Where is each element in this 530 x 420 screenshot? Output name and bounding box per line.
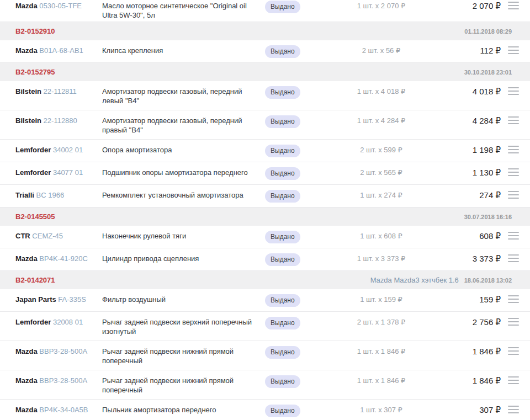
hamburger-menu-icon[interactable]: [508, 116, 519, 124]
order-number-link[interactable]: B2-0145505: [15, 212, 55, 221]
total-price: 4 018 ₽: [434, 87, 501, 96]
status-cell: Выдано: [265, 405, 309, 417]
total-price: 4 284 ₽: [434, 116, 501, 125]
hamburger-menu-icon[interactable]: [508, 295, 519, 303]
total-price: 1 846 ₽: [434, 347, 501, 356]
brand-label: Japan Parts: [15, 295, 56, 304]
part-number-link[interactable]: BP4K-41-920C: [39, 254, 87, 263]
order-header-right: 30.10.2018 23:01: [464, 69, 512, 76]
status-badge: Выдано: [265, 253, 300, 266]
part-number-link[interactable]: BBP3-28-500A: [39, 347, 87, 355]
status-badge: Выдано: [265, 190, 300, 203]
part-description: Рычаг задней подвески нижний прямой попе…: [102, 376, 265, 395]
hamburger-menu-icon[interactable]: [508, 46, 519, 54]
order-header-right: Mazda Mazda3 хэтчбек 1.6 18.06.2018 13:0…: [370, 276, 512, 284]
part-description: Пыльник амортизатора переднего: [102, 405, 265, 414]
brand-label: Bilstein: [15, 87, 41, 95]
part-number-link[interactable]: 34077 01: [53, 168, 83, 177]
order-header-right: 30.07.2018 16:16: [464, 214, 512, 220]
total-price: 307 ₽: [434, 405, 501, 414]
part-description: Опора амортизатора: [102, 145, 265, 155]
status-badge: Выдано: [265, 145, 300, 157]
status-cell: Выдано: [265, 295, 309, 307]
status-cell: Выдано: [265, 231, 309, 243]
status-badge: Выдано: [265, 375, 300, 388]
brand-label: Mazda: [15, 254, 38, 263]
hamburger-menu-icon[interactable]: [508, 146, 519, 153]
brand-label: Mazda: [15, 376, 38, 385]
status-badge: Выдано: [265, 317, 300, 329]
menu-cell: [501, 317, 519, 326]
qty-price: 2 шт. x 56 ₽: [309, 46, 434, 55]
order-datetime: 18.06.2018 13:02: [464, 277, 512, 284]
menu-cell: [501, 1, 519, 9]
menu-cell: [501, 168, 519, 176]
part-description: Клипса крепления: [102, 46, 265, 55]
menu-cell: [501, 46, 519, 54]
brand-label: Trialli: [15, 191, 34, 199]
total-price: 608 ₽: [434, 231, 501, 241]
part-number-link[interactable]: FA-335S: [58, 295, 86, 304]
hamburger-menu-icon[interactable]: [508, 191, 519, 199]
part-number-link[interactable]: BBP3-28-500A: [39, 376, 87, 385]
part-description: Подшипник опоры амортизатора переднего: [102, 168, 265, 177]
part-number-link[interactable]: 22-112811: [44, 87, 77, 95]
qty-price: 1 шт. x 307 ₽: [309, 405, 434, 414]
part-number-link[interactable]: B01A-68-AB1: [39, 46, 83, 55]
part-cell: Bilstein 22-112811: [15, 87, 102, 96]
total-price: 1 846 ₽: [434, 376, 501, 385]
part-cell: Mazda 0530-05-TFE: [15, 1, 102, 10]
hamburger-menu-icon[interactable]: [508, 376, 519, 384]
hamburger-menu-icon[interactable]: [508, 2, 519, 9]
part-row: Mazda BBP3-28-500A Рычаг задней подвески…: [0, 341, 530, 370]
part-description: Рычаг задней подвески нижний прямой попе…: [102, 347, 265, 365]
order-number-link[interactable]: B2-0152795: [15, 68, 55, 76]
status-cell: Выдано: [265, 145, 309, 157]
part-row: Bilstein 22-112811 Амортизатор подвески …: [0, 81, 530, 110]
hamburger-menu-icon[interactable]: [508, 254, 519, 262]
part-number-link[interactable]: BP4K-34-0A5B: [39, 406, 88, 414]
hamburger-menu-icon[interactable]: [508, 87, 519, 95]
status-badge: Выдано: [265, 167, 300, 180]
total-price: 112 ₽: [434, 46, 501, 55]
hamburger-menu-icon[interactable]: [508, 347, 519, 355]
menu-cell: [501, 190, 519, 199]
order-number-link[interactable]: B2-0142071: [15, 276, 55, 284]
part-cell: Mazda BBP3-28-500A: [15, 376, 102, 385]
part-number-link[interactable]: 34002 01: [53, 146, 83, 154]
status-cell: Выдано: [265, 376, 309, 388]
order-header-right: 01.11.2018 08:29: [464, 28, 512, 35]
brand-label: Lemforder: [15, 318, 51, 326]
part-description: Фильтр воздушный: [102, 295, 265, 304]
menu-cell: [501, 347, 519, 355]
menu-cell: [501, 405, 519, 413]
status-badge: Выдано: [265, 294, 300, 307]
total-price: 159 ₽: [434, 295, 501, 304]
part-number-link[interactable]: 0530-05-TFE: [39, 2, 82, 10]
hamburger-menu-icon[interactable]: [508, 318, 519, 326]
part-cell: Mazda B01A-68-AB1: [15, 46, 102, 55]
part-description: Масло моторное синтетическое "Original o…: [102, 1, 265, 20]
hamburger-menu-icon[interactable]: [508, 232, 519, 240]
part-row: Trialli BC 1966 Ремкомплект установочный…: [0, 185, 530, 208]
order-datetime: 30.07.2018 16:16: [464, 214, 512, 220]
order-number-link[interactable]: B2-0152910: [15, 27, 55, 35]
qty-price: 1 шт. x 4 284 ₽: [309, 116, 434, 125]
part-row: Japan Parts FA-335S Фильтр воздушный Выд…: [0, 289, 530, 312]
part-number-link[interactable]: 22-112880: [44, 116, 77, 125]
part-description: Амортизатор подвески газовый, передний п…: [102, 116, 265, 135]
part-row: Mazda B01A-68-AB1 Клипса крепления Выдан…: [0, 40, 530, 63]
total-price: 1 198 ₽: [434, 145, 501, 155]
hamburger-menu-icon[interactable]: [508, 406, 519, 413]
part-number-link[interactable]: 32008 01: [53, 318, 83, 326]
car-link[interactable]: Mazda Mazda3 хэтчбек 1.6: [370, 276, 459, 284]
total-price: 3 373 ₽: [434, 254, 501, 263]
hamburger-menu-icon[interactable]: [508, 168, 519, 176]
part-number-link[interactable]: BC 1966: [36, 191, 65, 199]
part-cell: Lemforder 34077 01: [15, 168, 102, 177]
part-row: Lemforder 32008 01 Рычаг задней подвески…: [0, 312, 530, 341]
part-number-link[interactable]: CEMZ-45: [32, 232, 63, 240]
status-badge: Выдано: [265, 86, 300, 99]
qty-price: 1 шт. x 608 ₽: [309, 231, 434, 241]
part-description: Амортизатор подвески газовый, передний л…: [102, 87, 265, 105]
